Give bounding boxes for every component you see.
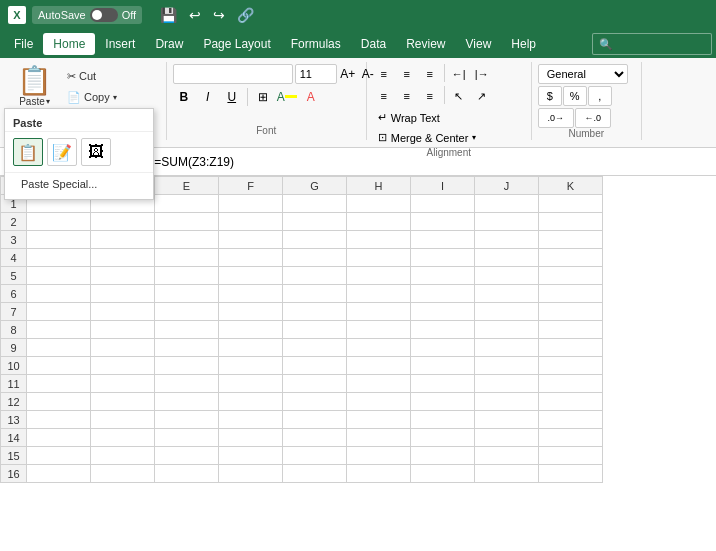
col-header-j[interactable]: J [475,177,539,195]
col-header-k[interactable]: K [539,177,603,195]
table-row[interactable] [27,249,91,267]
paste-special-item[interactable]: Paste Special... [5,173,153,195]
table-row[interactable] [411,357,475,375]
table-row[interactable] [475,249,539,267]
table-row[interactable] [283,321,347,339]
table-row[interactable] [219,285,283,303]
table-row[interactable] [27,411,91,429]
table-row[interactable] [155,393,219,411]
table-row[interactable] [27,357,91,375]
col-header-f[interactable]: F [219,177,283,195]
table-row[interactable] [219,339,283,357]
table-row[interactable] [347,339,411,357]
table-row[interactable] [91,249,155,267]
paste-arrow-icon[interactable]: ▾ [46,97,50,106]
table-row[interactable] [27,267,91,285]
table-row[interactable] [411,411,475,429]
table-row[interactable] [411,249,475,267]
table-row[interactable] [27,465,91,483]
table-row[interactable] [475,195,539,213]
italic-button[interactable]: I [197,86,219,108]
indent-increase-button[interactable]: |→ [471,64,493,84]
table-row[interactable] [27,303,91,321]
table-row[interactable] [411,213,475,231]
table-row[interactable] [475,447,539,465]
table-row[interactable] [475,231,539,249]
table-row[interactable] [283,465,347,483]
table-row[interactable] [347,465,411,483]
table-row[interactable] [283,213,347,231]
decrease-decimal-button[interactable]: ←.0 [575,108,611,128]
table-row[interactable] [411,339,475,357]
font-size-increase-button[interactable]: A+ [339,65,357,83]
table-row[interactable] [539,429,603,447]
col-header-e[interactable]: E [155,177,219,195]
table-row[interactable] [475,411,539,429]
table-row[interactable] [155,285,219,303]
table-row[interactable] [475,465,539,483]
bold-button[interactable]: B [173,86,195,108]
table-row[interactable] [27,213,91,231]
menu-item-view[interactable]: View [456,33,502,55]
table-row[interactable] [27,429,91,447]
table-row[interactable] [219,321,283,339]
align-bottom-left-button[interactable]: ≡ [373,86,395,106]
table-row[interactable] [347,429,411,447]
ribbon-search-input[interactable] [592,33,712,55]
table-row[interactable] [539,213,603,231]
table-row[interactable] [219,267,283,285]
table-row[interactable] [411,465,475,483]
indent-decrease-button[interactable]: ←| [448,64,470,84]
table-row[interactable] [539,339,603,357]
col-header-h[interactable]: H [347,177,411,195]
table-row[interactable] [155,303,219,321]
table-row[interactable] [475,357,539,375]
table-row[interactable] [539,195,603,213]
align-bottom-center-button[interactable]: ≡ [396,86,418,106]
table-row[interactable] [539,231,603,249]
table-row[interactable] [283,447,347,465]
table-row[interactable] [91,321,155,339]
rtl-button[interactable]: ↖ [448,86,470,106]
table-row[interactable] [475,267,539,285]
table-row[interactable] [283,339,347,357]
menu-item-formulas[interactable]: Formulas [281,33,351,55]
cut-button[interactable]: ✂ Cut [61,66,160,86]
copy-dropdown-arrow[interactable]: ▾ [113,93,117,102]
table-row[interactable] [475,321,539,339]
table-row[interactable] [283,429,347,447]
table-row[interactable] [411,393,475,411]
table-row[interactable] [219,375,283,393]
menu-item-data[interactable]: Data [351,33,396,55]
align-top-left-button[interactable]: ≡ [373,64,395,84]
table-row[interactable] [411,375,475,393]
table-row[interactable] [283,375,347,393]
table-row[interactable] [283,195,347,213]
table-row[interactable] [283,393,347,411]
table-row[interactable] [283,285,347,303]
table-row[interactable] [347,213,411,231]
menu-item-insert[interactable]: Insert [95,33,145,55]
table-row[interactable] [475,303,539,321]
table-row[interactable] [283,231,347,249]
table-row[interactable] [347,303,411,321]
copy-button[interactable]: 📄 Copy ▾ [61,87,160,107]
table-row[interactable] [475,285,539,303]
table-row[interactable] [347,375,411,393]
table-row[interactable] [539,411,603,429]
table-row[interactable] [347,285,411,303]
table-row[interactable] [219,249,283,267]
table-row[interactable] [347,393,411,411]
save-button[interactable]: 💾 [156,5,181,25]
table-row[interactable] [475,393,539,411]
paste-icon-document[interactable]: 📝 [47,138,77,166]
table-row[interactable] [155,465,219,483]
table-row[interactable] [539,321,603,339]
table-row[interactable] [91,357,155,375]
table-row[interactable] [91,429,155,447]
table-row[interactable] [219,213,283,231]
col-header-i[interactable]: I [411,177,475,195]
table-row[interactable] [27,393,91,411]
table-row[interactable] [91,267,155,285]
table-row[interactable] [91,465,155,483]
